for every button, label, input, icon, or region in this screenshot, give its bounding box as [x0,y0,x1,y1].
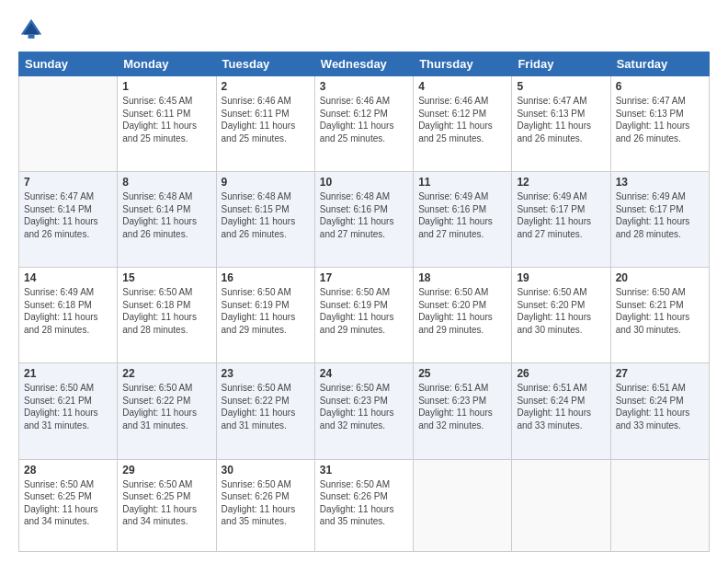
logo [18,17,48,42]
day-detail: Sunrise: 6:45 AMSunset: 6:11 PMDaylight:… [122,96,197,144]
table-row: 2 Sunrise: 6:46 AMSunset: 6:11 PMDayligh… [216,76,314,172]
day-detail: Sunrise: 6:50 AMSunset: 6:26 PMDaylight:… [320,479,394,527]
day-number: 4 [418,80,506,93]
day-detail: Sunrise: 6:49 AMSunset: 6:16 PMDaylight:… [418,191,493,239]
day-detail: Sunrise: 6:49 AMSunset: 6:17 PMDaylight:… [517,191,591,239]
table-row: 21 Sunrise: 6:50 AMSunset: 6:21 PMDaylig… [19,363,118,459]
table-row: 25 Sunrise: 6:51 AMSunset: 6:23 PMDaylig… [414,363,512,459]
day-detail: Sunrise: 6:50 AMSunset: 6:26 PMDaylight:… [222,479,296,527]
day-detail: Sunrise: 6:50 AMSunset: 6:22 PMDaylight:… [222,383,296,431]
table-row: 9 Sunrise: 6:48 AMSunset: 6:15 PMDayligh… [216,172,314,268]
table-row: 31 Sunrise: 6:50 AMSunset: 6:26 PMDaylig… [314,459,413,551]
col-friday: Friday [512,52,610,76]
day-number: 30 [222,464,310,477]
calendar-week-row: 21 Sunrise: 6:50 AMSunset: 6:21 PMDaylig… [19,363,710,459]
table-row: 8 Sunrise: 6:48 AMSunset: 6:14 PMDayligh… [118,172,216,268]
col-saturday: Saturday [610,52,709,76]
header [18,17,710,42]
day-number: 3 [320,80,408,93]
calendar-header-row: Sunday Monday Tuesday Wednesday Thursday… [19,52,710,76]
day-detail: Sunrise: 6:47 AMSunset: 6:13 PMDaylight:… [616,96,690,144]
day-detail: Sunrise: 6:48 AMSunset: 6:16 PMDaylight:… [320,191,394,239]
day-number: 6 [616,80,704,93]
day-number: 13 [616,176,704,189]
day-number: 25 [418,367,506,380]
table-row: 15 Sunrise: 6:50 AMSunset: 6:18 PMDaylig… [118,268,216,363]
table-row: 11 Sunrise: 6:49 AMSunset: 6:16 PMDaylig… [414,172,512,268]
table-row: 7 Sunrise: 6:47 AMSunset: 6:14 PMDayligh… [19,172,118,268]
page: Sunday Monday Tuesday Wednesday Thursday… [0,0,728,563]
table-row: 6 Sunrise: 6:47 AMSunset: 6:13 PMDayligh… [610,76,709,172]
table-row [19,76,118,172]
table-row: 20 Sunrise: 6:50 AMSunset: 6:21 PMDaylig… [610,268,709,363]
table-row: 22 Sunrise: 6:50 AMSunset: 6:22 PMDaylig… [118,363,216,459]
day-number: 1 [122,80,210,93]
table-row: 17 Sunrise: 6:50 AMSunset: 6:19 PMDaylig… [314,268,413,363]
day-number: 12 [517,176,605,189]
day-number: 28 [24,464,112,477]
table-row: 16 Sunrise: 6:50 AMSunset: 6:19 PMDaylig… [216,268,314,363]
day-detail: Sunrise: 6:48 AMSunset: 6:15 PMDaylight:… [222,191,296,239]
table-row: 5 Sunrise: 6:47 AMSunset: 6:13 PMDayligh… [512,76,610,172]
table-row: 10 Sunrise: 6:48 AMSunset: 6:16 PMDaylig… [314,172,413,268]
calendar-week-row: 14 Sunrise: 6:49 AMSunset: 6:18 PMDaylig… [19,268,710,363]
table-row: 27 Sunrise: 6:51 AMSunset: 6:24 PMDaylig… [610,363,709,459]
day-detail: Sunrise: 6:51 AMSunset: 6:24 PMDaylight:… [517,383,591,431]
day-detail: Sunrise: 6:46 AMSunset: 6:11 PMDaylight:… [222,96,296,144]
table-row: 1 Sunrise: 6:45 AMSunset: 6:11 PMDayligh… [118,76,216,172]
svg-rect-2 [28,35,35,39]
day-number: 5 [517,80,605,93]
table-row: 4 Sunrise: 6:46 AMSunset: 6:12 PMDayligh… [414,76,512,172]
day-number: 26 [517,367,605,380]
day-detail: Sunrise: 6:50 AMSunset: 6:21 PMDaylight:… [616,287,690,335]
day-detail: Sunrise: 6:50 AMSunset: 6:23 PMDaylight:… [320,383,394,431]
day-number: 10 [320,176,408,189]
day-detail: Sunrise: 6:50 AMSunset: 6:18 PMDaylight:… [122,287,197,335]
table-row [512,459,610,551]
calendar-week-row: 1 Sunrise: 6:45 AMSunset: 6:11 PMDayligh… [19,76,710,172]
table-row [414,459,512,551]
day-detail: Sunrise: 6:50 AMSunset: 6:19 PMDaylight:… [320,287,394,335]
day-detail: Sunrise: 6:47 AMSunset: 6:13 PMDaylight:… [517,96,591,144]
day-number: 7 [24,176,112,189]
calendar-week-row: 28 Sunrise: 6:50 AMSunset: 6:25 PMDaylig… [19,459,710,551]
day-detail: Sunrise: 6:48 AMSunset: 6:14 PMDaylight:… [122,191,197,239]
col-tuesday: Tuesday [216,52,314,76]
day-number: 29 [122,464,210,477]
day-detail: Sunrise: 6:51 AMSunset: 6:24 PMDaylight:… [616,383,690,431]
col-wednesday: Wednesday [314,52,413,76]
day-number: 9 [222,176,310,189]
table-row: 24 Sunrise: 6:50 AMSunset: 6:23 PMDaylig… [314,363,413,459]
day-number: 20 [616,271,704,284]
table-row: 23 Sunrise: 6:50 AMSunset: 6:22 PMDaylig… [216,363,314,459]
day-detail: Sunrise: 6:47 AMSunset: 6:14 PMDaylight:… [24,191,98,239]
day-detail: Sunrise: 6:50 AMSunset: 6:20 PMDaylight:… [418,287,493,335]
day-number: 18 [418,271,506,284]
day-number: 11 [418,176,506,189]
day-detail: Sunrise: 6:51 AMSunset: 6:23 PMDaylight:… [418,383,493,431]
table-row: 26 Sunrise: 6:51 AMSunset: 6:24 PMDaylig… [512,363,610,459]
day-number: 31 [320,464,408,477]
day-number: 27 [616,367,704,380]
day-detail: Sunrise: 6:50 AMSunset: 6:19 PMDaylight:… [222,287,296,335]
day-number: 16 [222,271,310,284]
table-row: 12 Sunrise: 6:49 AMSunset: 6:17 PMDaylig… [512,172,610,268]
table-row: 14 Sunrise: 6:49 AMSunset: 6:18 PMDaylig… [19,268,118,363]
day-detail: Sunrise: 6:50 AMSunset: 6:25 PMDaylight:… [24,479,98,527]
day-detail: Sunrise: 6:49 AMSunset: 6:18 PMDaylight:… [24,287,98,335]
day-number: 21 [24,367,112,380]
day-detail: Sunrise: 6:50 AMSunset: 6:25 PMDaylight:… [122,479,197,527]
table-row [610,459,709,551]
day-number: 14 [24,271,112,284]
table-row: 19 Sunrise: 6:50 AMSunset: 6:20 PMDaylig… [512,268,610,363]
day-number: 19 [517,271,605,284]
day-detail: Sunrise: 6:49 AMSunset: 6:17 PMDaylight:… [616,191,690,239]
day-detail: Sunrise: 6:50 AMSunset: 6:21 PMDaylight:… [24,383,98,431]
calendar-week-row: 7 Sunrise: 6:47 AMSunset: 6:14 PMDayligh… [19,172,710,268]
day-detail: Sunrise: 6:46 AMSunset: 6:12 PMDaylight:… [418,96,493,144]
logo-icon [18,17,44,42]
day-detail: Sunrise: 6:50 AMSunset: 6:20 PMDaylight:… [517,287,591,335]
day-detail: Sunrise: 6:46 AMSunset: 6:12 PMDaylight:… [320,96,394,144]
col-monday: Monday [118,52,216,76]
day-number: 17 [320,271,408,284]
